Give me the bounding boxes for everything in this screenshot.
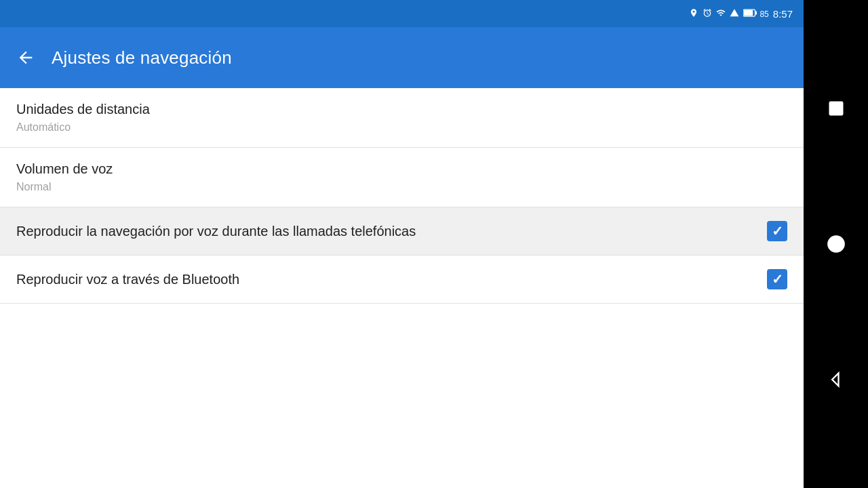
- bluetooth-voice-title: Reproducir voz a través de Bluetooth: [16, 272, 767, 287]
- battery-level: 85: [760, 9, 768, 19]
- location-icon: [689, 8, 698, 20]
- settings-item-nav-during-calls[interactable]: Reproducir la navegación por voz durante…: [0, 207, 804, 256]
- signal-icon: [730, 8, 739, 20]
- battery-icon: 85: [743, 8, 769, 19]
- status-icons: 85 8:57: [689, 8, 793, 20]
- back-nav-button[interactable]: [827, 370, 846, 389]
- nav-bar: [804, 0, 868, 488]
- svg-rect-2: [743, 10, 752, 16]
- distance-units-subtitle: Automático: [16, 121, 787, 134]
- distance-units-title: Unidades de distancia: [16, 102, 787, 117]
- settings-item-bluetooth-text: Reproducir voz a través de Bluetooth: [16, 272, 767, 287]
- svg-point-4: [828, 236, 844, 251]
- nav-during-calls-checkbox[interactable]: ✓: [767, 221, 787, 241]
- svg-rect-1: [755, 12, 757, 15]
- status-bar: 85 8:57: [0, 0, 804, 27]
- settings-list: Unidades de distancia Automático Volumen…: [0, 88, 804, 488]
- main-content: 85 8:57 Ajustes de navegación Unidades d…: [0, 0, 804, 488]
- app-bar: Ajustes de navegación: [0, 27, 804, 88]
- recents-button[interactable]: [827, 99, 846, 118]
- wifi-icon: [716, 8, 726, 20]
- svg-rect-3: [829, 102, 842, 115]
- settings-item-voice-volume-text: Volumen de voz Normal: [16, 161, 787, 193]
- settings-item-distance-units-text: Unidades de distancia Automático: [16, 102, 787, 134]
- checkbox-check-icon: ✓: [772, 223, 783, 239]
- settings-item-voice-volume[interactable]: Volumen de voz Normal: [0, 148, 804, 207]
- back-button[interactable]: [14, 45, 38, 70]
- nav-during-calls-title: Reproducir la navegación por voz durante…: [16, 224, 767, 239]
- status-time: 8:57: [773, 8, 793, 20]
- home-button[interactable]: [827, 235, 846, 253]
- bluetooth-checkbox-check-icon: ✓: [772, 271, 783, 287]
- settings-item-bluetooth-voice[interactable]: Reproducir voz a través de Bluetooth ✓: [0, 256, 804, 304]
- settings-item-distance-units[interactable]: Unidades de distancia Automático: [0, 88, 804, 148]
- voice-volume-subtitle: Normal: [16, 181, 787, 193]
- alarm-icon: [703, 8, 712, 20]
- app-bar-title: Ajustes de navegación: [52, 47, 232, 68]
- voice-volume-title: Volumen de voz: [16, 161, 787, 177]
- settings-item-nav-calls-text: Reproducir la navegación por voz durante…: [16, 224, 767, 239]
- bluetooth-voice-checkbox[interactable]: ✓: [767, 269, 787, 289]
- svg-marker-5: [832, 373, 838, 386]
